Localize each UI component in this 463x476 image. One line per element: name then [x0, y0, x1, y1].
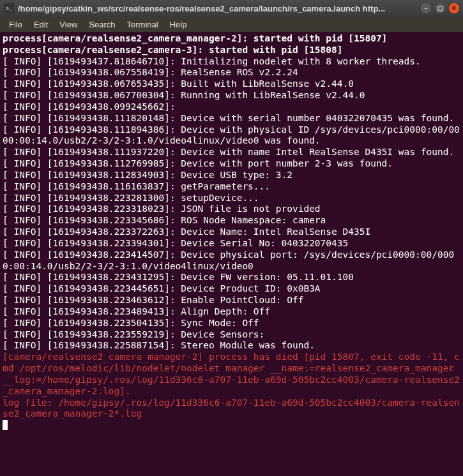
- terminal-line: [ INFO] [1619493438.223489413]: Align De…: [3, 306, 460, 318]
- terminal-line: [ INFO] [1619493438.223318023]: JSON fil…: [3, 204, 460, 215]
- terminal-line: [ INFO] [1619493438.223414507]: Device p…: [3, 249, 460, 272]
- terminal-line: [ INFO] [1619493438.111894386]: Device w…: [3, 124, 460, 147]
- cursor-icon: [3, 420, 8, 430]
- terminal-line: [ INFO] [1619493437.818646710]: Initiali…: [3, 56, 460, 68]
- terminal-line: [ INFO] [1619493438.223463612]: Enable P…: [3, 295, 460, 306]
- terminal-line: process[camera/realsense2_camera-3]: sta…: [3, 45, 460, 56]
- terminal-line: [ INFO] [1619493438.223394301]: Device S…: [3, 238, 460, 249]
- terminal-line: [ INFO] [1619493438.223431295]: Device F…: [3, 272, 460, 283]
- titlebar: >_ /home/gipsy/catkin_ws/src/realsense-r…: [0, 0, 463, 17]
- terminal-line: [ INFO] [1619493438.223504135]: Sync Mod…: [3, 318, 460, 329]
- terminal-cursor-line: [3, 420, 460, 431]
- menubar: File Edit View Search Terminal Help: [0, 17, 463, 32]
- terminal-line: [ INFO] [1619493438.112834903]: Device U…: [3, 170, 460, 181]
- terminal-line: [ INFO] [1619493438.116163837]: getParam…: [3, 181, 460, 193]
- window-controls: – ▢ ✕: [421, 3, 459, 13]
- terminal-line: [ INFO] [1619493438.225887154]: Stereo M…: [3, 340, 460, 352]
- window-title: /home/gipsy/catkin_ws/src/realsense-ros/…: [18, 4, 421, 13]
- terminal-line: [ INFO] [1619493438.223445651]: Device P…: [3, 283, 460, 295]
- terminal-line: log file: /home/gipsy/.ros/log/11d336c6-…: [3, 398, 460, 420]
- menu-edit[interactable]: Edit: [29, 19, 53, 31]
- menu-help[interactable]: Help: [165, 19, 192, 31]
- terminal-line: [ INFO] [1619493438.223559219]: Device S…: [3, 329, 460, 341]
- menu-view[interactable]: View: [54, 19, 82, 31]
- menu-search[interactable]: Search: [84, 19, 120, 31]
- terminal-line: [ INFO] [1619493438.223281300]: setupDev…: [3, 193, 460, 204]
- terminal-output[interactable]: process[camera/realsense2_camera_manager…: [0, 32, 463, 476]
- terminal-line: [ INFO] [1619493438.067653435]: Built wi…: [3, 78, 460, 90]
- terminal-line: [ INFO] [1619493438.223372263]: Device N…: [3, 227, 460, 238]
- terminal-line: [ INFO] [1619493438.099245662]:: [3, 101, 460, 113]
- terminal-line: process[camera/realsense2_camera_manager…: [3, 33, 460, 45]
- minimize-button[interactable]: –: [421, 3, 431, 13]
- terminal-line: [ INFO] [1619493438.111820148]: Device w…: [3, 113, 460, 124]
- terminal-line: [ INFO] [1619493438.067700304]: Running …: [3, 90, 460, 101]
- terminal-line: [camera/realsense2_camera_manager-2] pro…: [3, 352, 460, 397]
- terminal-line: [ INFO] [1619493438.111937220]: Device w…: [3, 147, 460, 158]
- terminal-line: [ INFO] [1619493438.112769985]: Device w…: [3, 158, 460, 170]
- terminal-line: [ INFO] [1619493438.067558419]: RealSens…: [3, 67, 460, 78]
- maximize-button[interactable]: ▢: [435, 3, 445, 13]
- close-button[interactable]: ✕: [449, 3, 459, 13]
- menu-file[interactable]: File: [4, 19, 27, 31]
- terminal-app-icon: >_: [4, 3, 14, 13]
- menu-terminal[interactable]: Terminal: [122, 19, 163, 31]
- terminal-line: [ INFO] [1619493438.223345686]: ROS Node…: [3, 215, 460, 227]
